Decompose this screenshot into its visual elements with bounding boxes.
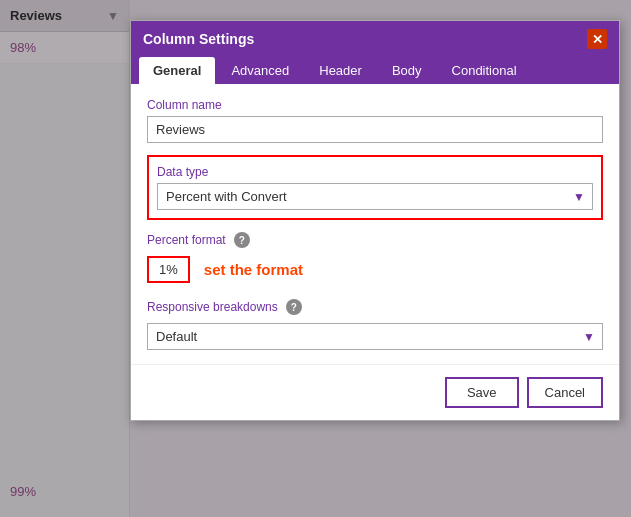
modal-header: Column Settings ✕ — [131, 21, 619, 57]
tab-bar: General Advanced Header Body Conditional — [131, 57, 619, 84]
save-button[interactable]: Save — [445, 377, 519, 408]
column-name-input[interactable] — [147, 116, 603, 143]
data-type-section: Data type Percent with Convert Text Numb… — [147, 155, 603, 220]
tab-body[interactable]: Body — [378, 57, 436, 84]
data-type-wrapper: Percent with Convert Text Number Percent… — [157, 183, 593, 210]
modal-title: Column Settings — [143, 31, 254, 47]
data-type-select[interactable]: Percent with Convert Text Number Percent… — [157, 183, 593, 210]
percent-box-row: 1% set the format — [147, 256, 603, 283]
percent-format-box[interactable]: 1% — [147, 256, 190, 283]
percent-format-row: Percent format ? — [147, 232, 603, 248]
responsive-help-icon[interactable]: ? — [286, 299, 302, 315]
column-settings-modal: Column Settings ✕ General Advanced Heade… — [130, 20, 620, 421]
tab-advanced[interactable]: Advanced — [217, 57, 303, 84]
percent-format-help-icon[interactable]: ? — [234, 232, 250, 248]
tab-general[interactable]: General — [139, 57, 215, 84]
responsive-select[interactable]: Default Small Medium Large — [147, 323, 603, 350]
percent-format-label: Percent format — [147, 233, 226, 247]
modal-footer: Save Cancel — [131, 364, 619, 420]
data-type-label: Data type — [157, 165, 593, 179]
tab-header[interactable]: Header — [305, 57, 376, 84]
modal-body: Column name Data type Percent with Conve… — [131, 84, 619, 364]
set-format-text: set the format — [204, 261, 303, 278]
cancel-button[interactable]: Cancel — [527, 377, 603, 408]
responsive-label: Responsive breakdowns — [147, 300, 278, 314]
close-button[interactable]: ✕ — [587, 29, 607, 49]
column-name-label: Column name — [147, 98, 603, 112]
responsive-wrapper: Default Small Medium Large ▼ — [147, 323, 603, 350]
responsive-row: Responsive breakdowns ? — [147, 299, 603, 315]
tab-conditional[interactable]: Conditional — [438, 57, 531, 84]
